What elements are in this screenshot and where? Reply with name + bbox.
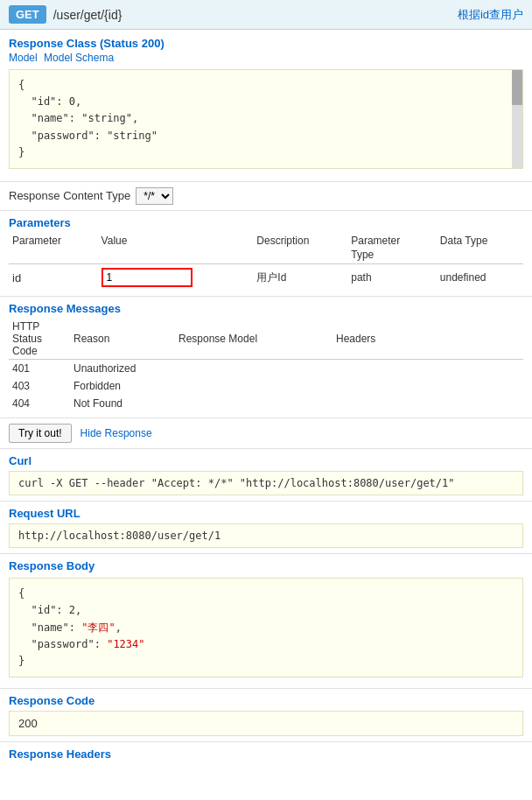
param-row: id 用户Id path undefined [9,264,523,291]
reason-401: Unauthorized [70,360,175,378]
headers-404 [332,395,523,412]
schema-line-3: "name": "string", [18,110,505,127]
try-it-button[interactable]: Try it out! [9,424,72,443]
col-param-type: ParameterType [347,233,437,264]
response-messages-table: HTTP StatusCode Reason Response Model He… [9,319,523,412]
col-response-model: Response Model [175,319,332,360]
schema-line-4: "password": "string" [18,128,505,144]
api-header: GET /user/get/{id} 根据id查用户 [0,0,532,30]
param-description: 用户Id [253,264,347,291]
response-code-section: Response Code 200 [0,689,532,742]
model-404 [175,395,332,412]
col-headers: Headers [332,319,523,360]
body-line-password: "password": "1234" [18,636,514,653]
param-input-cell [98,264,254,291]
status-code-404: 404 [9,395,70,412]
hide-response-link[interactable]: Hide Response [80,427,152,439]
col-http-status: HTTP StatusCode [9,319,70,360]
response-class-section: Response Class (Status 200) Model Model … [0,30,532,182]
body-line-open: { [18,586,514,602]
curl-box: curl -X GET --header "Accept: */*" "http… [9,471,523,495]
response-messages-section: Response Messages HTTP StatusCode Reason… [0,297,532,418]
try-it-row: Try it out! Hide Response [0,418,532,449]
schema-line-5: } [18,144,505,161]
request-url-label: Request URL [9,507,523,520]
model-schema-link[interactable]: Model Schema [44,52,114,64]
body-line-id: "id": 2, [18,602,514,619]
schema-code-block: { "id": 0, "name": "string", "password":… [9,69,523,169]
http-method-badge: GET [9,5,46,24]
param-type: path [347,264,437,291]
response-class-label: Response Class (Status 200) [9,37,523,50]
response-body-box: { "id": 2, "name": "李四", "password": "12… [9,578,523,677]
parameters-table: Parameter Value Description ParameterTyp… [9,233,523,291]
model-401 [175,360,332,378]
status-code-401: 401 [9,360,70,378]
reason-403: Forbidden [70,377,175,395]
response-body-section: Response Body { "id": 2, "name": "李四", "… [0,554,532,689]
param-name: id [9,264,98,291]
headers-403 [332,377,523,395]
col-reason: Reason [70,319,175,360]
curl-label: Curl [9,454,523,467]
response-headers-label: Response Headers [9,747,523,761]
message-row-403: 403 Forbidden [9,377,523,395]
schema-line-1: { [18,77,505,94]
schema-line-2: "id": 0, [18,94,505,110]
scrollbar-thumb[interactable] [512,70,522,105]
request-url-value: http://localhost:8080/user/get/1 [18,530,220,542]
parameters-section: Parameters Parameter Value Description P… [0,211,532,297]
request-url-section: Request URL http://localhost:8080/user/g… [0,502,532,554]
request-url-box: http://localhost:8080/user/get/1 [9,523,523,548]
reason-404: Not Found [70,395,175,412]
headers-401 [332,360,523,378]
content-type-label: Response Content Type [9,189,130,202]
model-403 [175,377,332,395]
param-input-wrapper [102,268,192,287]
response-code-box: 200 [9,711,523,736]
model-prefix: Model [9,52,38,64]
status-code-403: 403 [9,377,70,395]
endpoint-description: 根据id查用户 [458,7,523,23]
response-headers-section: Response Headers [0,742,532,769]
param-data-type: undefined [437,264,523,291]
response-code-value: 200 [18,717,38,730]
param-value-input[interactable] [103,270,191,285]
message-row-401: 401 Unauthorized [9,360,523,378]
col-data-type: Data Type [437,233,523,264]
col-description: Description [253,233,347,264]
curl-section: Curl curl -X GET --header "Accept: */*" … [0,449,532,502]
content-type-row: Response Content Type */* [0,182,532,211]
col-value: Value [98,233,254,264]
response-code-label: Response Code [9,694,523,707]
response-body-label: Response Body [9,559,523,572]
model-label: Model Model Schema [9,52,523,64]
endpoint-path: /user/get/{id} [53,8,458,22]
scrollbar[interactable] [512,70,522,168]
col-parameter: Parameter [9,233,98,264]
content-type-select[interactable]: */* [136,187,173,205]
message-row-404: 404 Not Found [9,395,523,412]
parameters-title: Parameters [9,216,523,229]
curl-command: curl -X GET --header "Accept: */*" "http… [18,477,455,489]
response-messages-title: Response Messages [9,302,523,315]
body-line-close: } [18,653,514,670]
body-line-name: "name": "李四", [18,620,514,636]
